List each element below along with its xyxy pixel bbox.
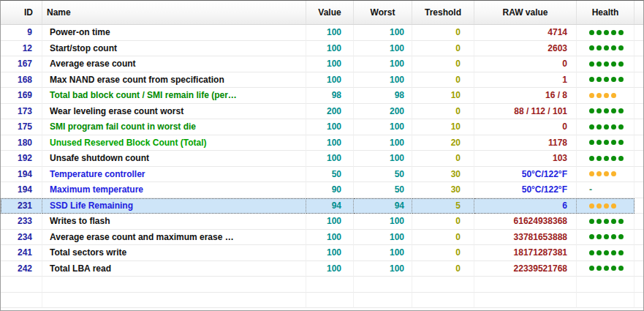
cell-treshold: 0	[412, 104, 474, 120]
table-row[interactable]: 242Total LBA read100100022339521768	[1, 261, 643, 277]
table-row[interactable]: 168Max NAND erase count from specificati…	[1, 72, 643, 89]
table-row[interactable]: 173Wear leveling erase count worst200200…	[1, 104, 643, 120]
health-rating	[577, 25, 634, 41]
cell-id: 233	[1, 214, 42, 230]
cell-health	[577, 293, 634, 309]
cell-name: Power-on time	[42, 25, 306, 41]
cell-raw-value	[474, 277, 577, 293]
table-row[interactable]: 180Unused Reserved Block Count (Total)10…	[1, 135, 643, 151]
cell-value	[306, 293, 354, 309]
health-dot-icon	[596, 203, 602, 209]
row-spacer	[634, 198, 643, 214]
cell-worst	[354, 293, 412, 309]
cell-health: -	[577, 182, 634, 198]
table-row[interactable]: 12Start/stop count10010002603	[1, 41, 643, 57]
row-spacer	[634, 56, 643, 72]
health-rating	[577, 261, 634, 277]
column-header-worst[interactable]: Worst	[354, 1, 412, 24]
table-row[interactable]: 175SMI program fail count in worst die10…	[1, 119, 643, 135]
table-row[interactable]: 192Unsafe shutdown count1001000103	[1, 151, 643, 167]
cell-value: 100	[306, 119, 354, 135]
health-dot-icon	[618, 140, 624, 145]
cell-name: Unused Reserved Block Count (Total)	[42, 135, 306, 151]
health-dot-icon	[596, 45, 602, 50]
table-row[interactable]: 194Temperature controller50503050°C/122°…	[1, 167, 643, 183]
row-spacer	[634, 214, 643, 230]
cell-id: 194	[1, 182, 42, 198]
cell-raw-value: 1178	[474, 135, 577, 151]
health-dot-icon	[611, 61, 616, 67]
cell-value: 100	[306, 230, 354, 246]
row-spacer	[634, 104, 643, 120]
cell-raw-value: 4714	[474, 25, 577, 41]
cell-id: 175	[1, 119, 42, 135]
cell-raw-value: 22339521768	[474, 261, 577, 277]
cell-worst: 100	[354, 230, 412, 246]
column-header-value[interactable]: Value	[306, 1, 354, 24]
health-dot-icon	[596, 171, 602, 176]
cell-id: 169	[1, 88, 42, 104]
cell-id: 9	[1, 25, 42, 41]
cell-worst	[354, 277, 412, 293]
table-row[interactable]: 231SSD Life Remaining949456	[1, 198, 643, 214]
column-header-id[interactable]: ID	[1, 1, 42, 24]
table-row[interactable]: 233Writes to flash100100061624938368	[1, 214, 643, 230]
column-header-treshold[interactable]: Treshold	[412, 1, 474, 24]
health-dot-icon	[589, 250, 594, 255]
cell-id: 241	[1, 245, 42, 261]
cell-worst: 100	[354, 119, 412, 135]
cell-value: 200	[306, 104, 354, 120]
health-dot-icon	[596, 250, 602, 255]
health-dot-icon	[611, 45, 616, 50]
cell-treshold: 10	[412, 119, 474, 135]
health-dot-icon	[618, 108, 624, 113]
cell-treshold: 0	[412, 151, 474, 167]
cell-raw-value: 16 / 8	[474, 88, 577, 104]
cell-treshold: 5	[412, 198, 474, 214]
table-row[interactable]: 241Total sectors write100100018171287381	[1, 245, 643, 261]
table-row[interactable]: 9Power-on time10010004714	[1, 25, 643, 41]
table-row[interactable]: 167Average erase count10010000	[1, 56, 643, 72]
cell-treshold: 0	[412, 72, 474, 89]
table-row[interactable]: 234Average erase count and maximum erase…	[1, 230, 643, 246]
cell-id: 242	[1, 261, 42, 277]
cell-id: 167	[1, 56, 42, 72]
cell-raw-value: 61624938368	[474, 214, 577, 230]
cell-worst: 100	[354, 245, 412, 261]
column-header-name[interactable]: Name	[42, 1, 306, 24]
health-dot-icon	[611, 250, 616, 255]
cell-name	[42, 277, 306, 293]
health-dot-icon	[589, 203, 594, 209]
health-dot-icon	[596, 266, 602, 271]
cell-value: 100	[306, 135, 354, 151]
table-row[interactable]: 194Maximum temperature90503050°C/122°F-	[1, 182, 643, 198]
health-dot-icon	[611, 124, 616, 130]
cell-name: Max NAND erase count from specification	[42, 72, 306, 89]
column-header-health[interactable]: Health	[577, 1, 634, 24]
cell-name: SSD Life Remaining	[42, 198, 306, 214]
cell-id: 12	[1, 41, 42, 57]
cell-value: 100	[306, 25, 354, 41]
health-rating	[577, 41, 634, 57]
cell-raw-value: 0	[474, 56, 577, 72]
health-dot-icon	[596, 93, 602, 98]
cell-worst: 100	[354, 41, 412, 57]
health-dot-icon	[618, 266, 624, 271]
health-dot-icon	[589, 45, 594, 50]
health-dot-icon	[611, 156, 616, 161]
cell-worst: 50	[354, 167, 412, 183]
table-row[interactable]: 169Total bad block count / SMI remain li…	[1, 88, 643, 104]
cell-treshold: 0	[412, 245, 474, 261]
health-dot-icon	[618, 77, 624, 82]
health-dot-icon	[604, 77, 609, 82]
cell-worst: 100	[354, 72, 412, 89]
column-header-raw-value[interactable]: RAW value	[474, 1, 577, 24]
health-dot-icon	[611, 108, 616, 113]
cell-raw-value: 18171287381	[474, 245, 577, 261]
health-dot-icon	[596, 156, 602, 161]
cell-name: Average erase count and maximum erase …	[42, 230, 306, 246]
row-spacer	[634, 182, 643, 198]
cell-id: 168	[1, 72, 42, 89]
row-spacer	[634, 167, 643, 183]
health-rating	[577, 119, 634, 135]
